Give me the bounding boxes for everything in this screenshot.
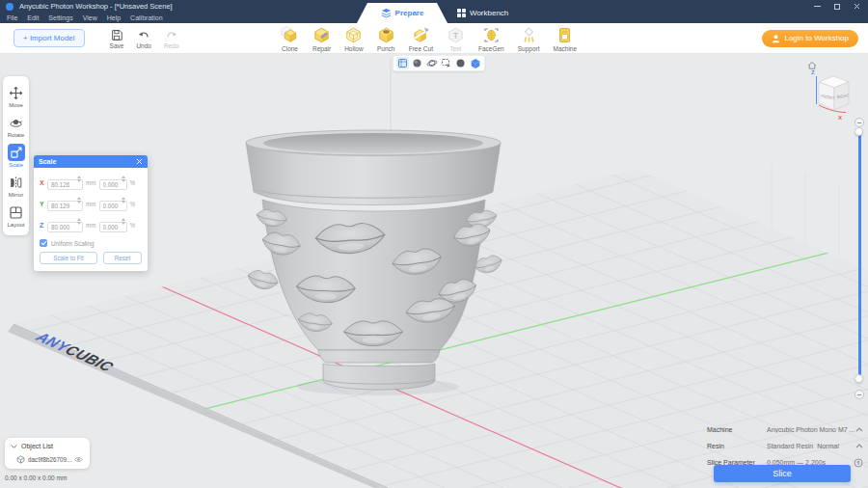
menu-settings[interactable]: Settings (48, 14, 72, 21)
close-icon[interactable] (136, 158, 143, 165)
title-bar: Anycubic Photon Workshop - [*Unsaved Sce… (0, 0, 868, 23)
polygon-view-button[interactable] (469, 57, 481, 69)
menu-calibration[interactable]: Calibration (130, 14, 162, 21)
spinner-icon[interactable] (77, 218, 81, 225)
repair-label: Repair (312, 45, 331, 52)
axis-z-label: Z (811, 69, 815, 75)
support-label: Support (518, 45, 540, 52)
spinner-icon[interactable] (122, 218, 125, 225)
object-list-panel: Object List dac9f8b26709... (5, 438, 90, 469)
menu-edit[interactable]: Edit (27, 14, 39, 21)
object-list-header[interactable]: Object List (11, 443, 84, 449)
undo-button[interactable]: Undo (136, 28, 151, 49)
scale-icon (8, 144, 25, 161)
text-tool-button[interactable]: T Text (447, 26, 465, 52)
free-cut-label: Free Cut (409, 45, 433, 52)
menu-help[interactable]: Help (107, 14, 121, 21)
axis-x-label: X (40, 179, 44, 186)
spinner-icon[interactable] (122, 197, 125, 203)
machine-value: Anycubic Photon Mono M7 ... (767, 426, 855, 433)
grid-icon (457, 9, 466, 17)
clip-slider-handle-bottom[interactable] (854, 374, 863, 383)
support-button[interactable]: Support (518, 26, 540, 52)
clip-bottom-button[interactable] (854, 390, 864, 399)
sidebar-item-scale[interactable]: Scale (8, 144, 25, 168)
hollow-button[interactable]: Hollow (344, 26, 364, 52)
clip-slider-handle-top[interactable] (854, 127, 863, 136)
sphere-view-button[interactable] (454, 57, 467, 69)
resin-row[interactable]: Resin Standard Resin_Normal (707, 438, 863, 454)
facegen-label: FaceGen (478, 45, 504, 52)
tab-prepare[interactable]: Prepare (357, 3, 448, 23)
spinner-icon[interactable] (77, 176, 81, 182)
undo-label: Undo (136, 42, 151, 49)
repair-icon (312, 26, 331, 44)
spinner-icon[interactable] (122, 176, 125, 182)
sidebar-item-move[interactable]: Move (8, 84, 25, 108)
resin-value: Standard Resin_Normal (767, 443, 855, 449)
tab-workbench-label: Workbench (470, 9, 508, 17)
login-workshop-label: Login to Workshop (784, 34, 849, 42)
reset-button[interactable]: Reset (103, 252, 142, 264)
minimize-icon[interactable] (814, 6, 821, 7)
clip-top-button[interactable] (854, 118, 864, 127)
percent-unit: % (130, 179, 136, 186)
resin-label: Resin (707, 443, 767, 449)
machine-row[interactable]: Machine Anycubic Photon Mono M7 ... (707, 421, 863, 438)
person-icon (772, 34, 780, 43)
import-model-button[interactable]: + Import Model (14, 29, 85, 47)
save-icon (110, 28, 123, 41)
close-icon[interactable] (854, 3, 860, 10)
machine-icon (556, 26, 574, 44)
home-icon[interactable] (808, 63, 816, 69)
punch-label: Punch (377, 45, 394, 52)
tab-workbench[interactable]: Workbench (457, 3, 508, 23)
mirror-label: Mirror (9, 192, 24, 198)
shaded-view-button[interactable] (411, 57, 423, 69)
sidebar-item-layout[interactable]: Layout (7, 203, 24, 228)
clip-slider-track[interactable] (858, 131, 861, 378)
perspective-view-button[interactable] (396, 57, 409, 69)
mesh-cube-icon (16, 455, 25, 464)
machine-label: Machine (707, 426, 767, 433)
spinner-icon[interactable] (77, 197, 81, 203)
redo-button[interactable]: Redo (164, 28, 179, 49)
chevron-up-icon[interactable] (855, 444, 863, 448)
percent-unit: % (130, 201, 136, 207)
scale-dialog-title: Scale (39, 158, 56, 165)
free-cut-button[interactable]: Free Cut (409, 26, 433, 52)
scale-to-fit-button[interactable]: Scale to Fit (40, 252, 97, 264)
edit-parameter-icon[interactable] (854, 458, 863, 468)
menu-file[interactable]: File (7, 14, 17, 21)
region-select-button[interactable] (440, 57, 452, 69)
sidebar-item-rotate[interactable]: Rotate (8, 114, 25, 138)
clone-button[interactable]: Clone (281, 26, 299, 52)
undo-icon (137, 28, 150, 41)
login-workshop-button[interactable]: Login to Workshop (762, 30, 858, 47)
view-cube[interactable]: Z FRONT RIGHT X (808, 63, 850, 122)
layers-icon (381, 8, 392, 18)
punch-button[interactable]: Punch (377, 26, 395, 52)
move-label: Move (9, 102, 23, 108)
sidebar-item-mirror[interactable]: Mirror (8, 174, 25, 198)
punch-icon (377, 26, 395, 44)
save-button[interactable]: Save (110, 28, 124, 49)
mm-unit: mm (86, 201, 96, 207)
uniform-scaling-checkbox[interactable] (40, 239, 47, 247)
scale-dialog: Scale X mm % Y mm % Z mm (34, 155, 148, 271)
slice-button[interactable]: Slice (714, 465, 851, 482)
facegen-button[interactable]: FaceGen (478, 26, 504, 52)
chevron-up-icon[interactable] (855, 427, 863, 432)
machine-label: Machine (554, 45, 578, 52)
rotate-label: Rotate (8, 132, 25, 138)
menu-view[interactable]: View (83, 14, 97, 21)
object-list-item[interactable]: dac9f8b26709... (11, 455, 84, 464)
eye-icon[interactable] (74, 456, 83, 463)
machine-button[interactable]: Machine (554, 26, 578, 52)
orbit-view-button[interactable] (425, 57, 438, 69)
maximize-icon[interactable] (834, 4, 840, 10)
main-toolbar: + Import Model Save Undo Redo (0, 23, 868, 54)
axis-z-label: Z (40, 222, 44, 229)
repair-button[interactable]: Repair (312, 26, 331, 52)
clone-label: Clone (282, 45, 298, 52)
